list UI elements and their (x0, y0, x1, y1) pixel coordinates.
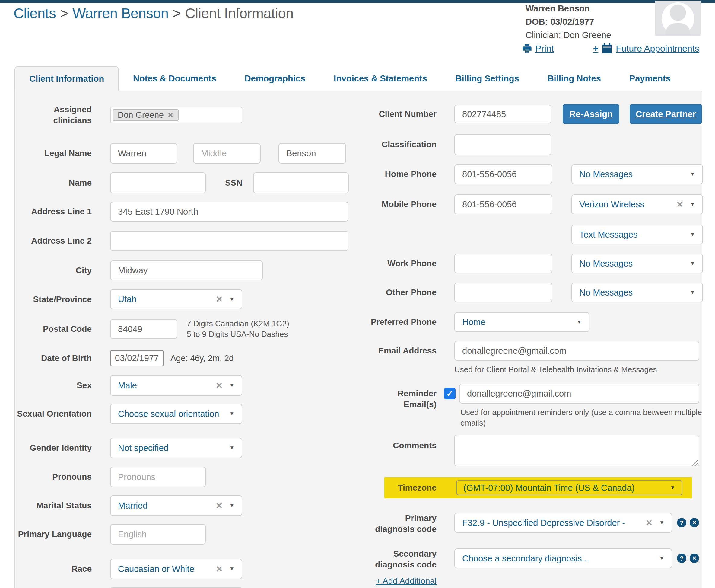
tab-client-information[interactable]: Client Information (15, 66, 119, 91)
timezone-select[interactable]: (GMT-07:00) Mountain Time (US & Canada) … (456, 480, 682, 495)
tab-billing-notes[interactable]: Billing Notes (534, 66, 615, 91)
home-phone-messages-value: No Messages (579, 169, 690, 179)
gender-identity-select[interactable]: Not specified ▼ (110, 438, 242, 458)
marital-status-select[interactable]: Married ✕ ▼ (110, 495, 242, 516)
primary-diagnosis-row: Primary diagnosis code F32.9 - Unspecifi… (366, 513, 715, 534)
secondary-diagnosis-select[interactable]: Choose a secondary diagnosis... ▼ (454, 548, 672, 568)
chevron-down-icon[interactable]: ▼ (229, 411, 234, 417)
city-input[interactable] (110, 260, 263, 280)
legal-first-name-input[interactable] (110, 143, 177, 164)
help-icon[interactable]: ? (677, 518, 686, 527)
chevron-down-icon[interactable]: ▼ (670, 485, 675, 491)
chevron-down-icon[interactable]: ▼ (659, 520, 664, 526)
tab-demographics[interactable]: Demographics (231, 66, 320, 91)
future-appointments-label: Future Appointments (616, 43, 699, 54)
work-phone-messages-select[interactable]: No Messages ▼ (571, 254, 703, 273)
re-assign-button[interactable]: Re-Assign (563, 104, 620, 124)
tab-invoices-statements[interactable]: Invoices & Statements (320, 66, 441, 91)
reminder-email-checkbox[interactable]: ✓ (444, 388, 456, 399)
state-select[interactable]: Utah ✕ ▼ (110, 289, 242, 309)
chevron-down-icon[interactable]: ▼ (229, 445, 234, 451)
chevron-down-icon[interactable]: ▼ (659, 555, 664, 562)
timezone-label: Timezone (384, 482, 436, 493)
breadcrumb-client-name[interactable]: Warren Benson (72, 5, 168, 21)
race-select[interactable]: Caucasian or White ✕ ▼ (110, 559, 242, 579)
help-icon[interactable]: ? (677, 553, 686, 563)
work-phone-input[interactable] (454, 254, 552, 273)
gender-identity-value: Not specified (118, 443, 229, 453)
other-phone-input[interactable] (454, 282, 552, 302)
tab-payments[interactable]: Payments (615, 66, 685, 91)
resize-handle[interactable] (691, 459, 697, 466)
client-number-row: Client Number Re-Assign Create Partner (366, 104, 715, 124)
classification-label: Classification (366, 139, 436, 150)
classification-row: Classification (366, 134, 715, 155)
email-input[interactable] (454, 341, 699, 361)
address1-input[interactable] (110, 202, 348, 222)
postal-input[interactable] (110, 319, 177, 339)
assigned-clinicians-field[interactable]: Don Greene ✕ (110, 107, 242, 123)
ssn-input[interactable] (253, 172, 349, 193)
city-row: City (15, 260, 362, 280)
mobile-phone-input[interactable] (454, 194, 552, 214)
chevron-down-icon[interactable]: ▼ (690, 290, 695, 295)
race-label: Race (15, 564, 92, 574)
clear-icon[interactable]: ✕ (216, 294, 223, 304)
chevron-down-icon[interactable]: ▼ (577, 319, 582, 325)
other-phone-messages-select[interactable]: No Messages ▼ (571, 282, 703, 302)
clear-icon[interactable]: ✕ (676, 200, 683, 209)
other-phone-messages-value: No Messages (579, 288, 690, 298)
create-partner-button[interactable]: Create Partner (630, 104, 702, 124)
text-messages-select[interactable]: Text Messages ▼ (571, 225, 703, 245)
mobile-carrier-select[interactable]: Verizon Wireless ✕ ▼ (571, 194, 703, 214)
sexual-orientation-select[interactable]: Choose sexual orientation ▼ (110, 403, 242, 424)
chevron-down-icon[interactable]: ▼ (229, 382, 234, 388)
breadcrumb-clients[interactable]: Clients (14, 5, 56, 21)
race-value: Caucasian or White (118, 564, 216, 574)
clear-icon[interactable]: ✕ (646, 518, 653, 528)
client-number-input[interactable] (454, 105, 551, 123)
client-number-label: Client Number (366, 109, 436, 120)
tab-billing-settings[interactable]: Billing Settings (441, 66, 534, 91)
remove-diagnosis-icon[interactable]: ✕ (690, 553, 699, 563)
reminder-email-input[interactable] (459, 384, 699, 403)
preferred-phone-select[interactable]: Home ▼ (454, 312, 589, 332)
chevron-down-icon[interactable]: ▼ (229, 503, 234, 509)
address2-input[interactable] (110, 231, 348, 251)
tab-notes-documents[interactable]: Notes & Documents (119, 66, 231, 91)
remove-diagnosis-icon[interactable]: ✕ (690, 518, 699, 527)
add-additional-diagnosis-link[interactable]: + Add AdditionalDiagnosis (366, 574, 436, 588)
name-input[interactable] (110, 172, 206, 193)
chevron-down-icon[interactable]: ▼ (229, 296, 234, 302)
mobile-phone-label: Mobile Phone (366, 199, 436, 210)
chevron-down-icon[interactable]: ▼ (690, 232, 695, 237)
future-appointments-link[interactable]: + Future Appointments (593, 43, 699, 54)
chip-remove-icon[interactable]: ✕ (168, 111, 174, 120)
breadcrumb-separator: > (56, 5, 72, 21)
chevron-down-icon[interactable]: ▼ (690, 201, 695, 207)
home-phone-input[interactable] (454, 164, 552, 184)
other-phone-label: Other Phone (366, 287, 436, 298)
primary-diagnosis-select[interactable]: F32.9 - Unspecified Depressive Disorder … (454, 513, 672, 533)
reminder-email-label: Reminder Email(s) (366, 384, 436, 410)
clear-icon[interactable]: ✕ (216, 381, 223, 391)
classification-input[interactable] (454, 134, 551, 155)
comments-textarea[interactable] (454, 435, 699, 466)
legal-middle-name-input[interactable] (193, 143, 261, 164)
dob-input[interactable] (110, 350, 164, 366)
chevron-down-icon[interactable]: ▼ (690, 260, 695, 267)
age-text: Age: 46y, 2m, 2d (170, 354, 234, 363)
home-phone-messages-select[interactable]: No Messages ▼ (571, 164, 703, 184)
clear-icon[interactable]: ✕ (216, 564, 223, 574)
pronouns-input[interactable] (110, 467, 206, 487)
print-link[interactable]: Print (522, 43, 554, 54)
sex-select[interactable]: Male ✕ ▼ (110, 375, 242, 396)
clinician-chip: Don Greene ✕ (113, 109, 179, 121)
work-phone-label: Work Phone (366, 258, 436, 269)
chevron-down-icon[interactable]: ▼ (690, 171, 695, 177)
legal-last-name-input[interactable] (279, 143, 346, 164)
primary-language-input[interactable] (110, 524, 206, 545)
plus-glyph: + (593, 43, 599, 54)
clear-icon[interactable]: ✕ (216, 501, 223, 511)
chevron-down-icon[interactable]: ▼ (229, 566, 234, 572)
